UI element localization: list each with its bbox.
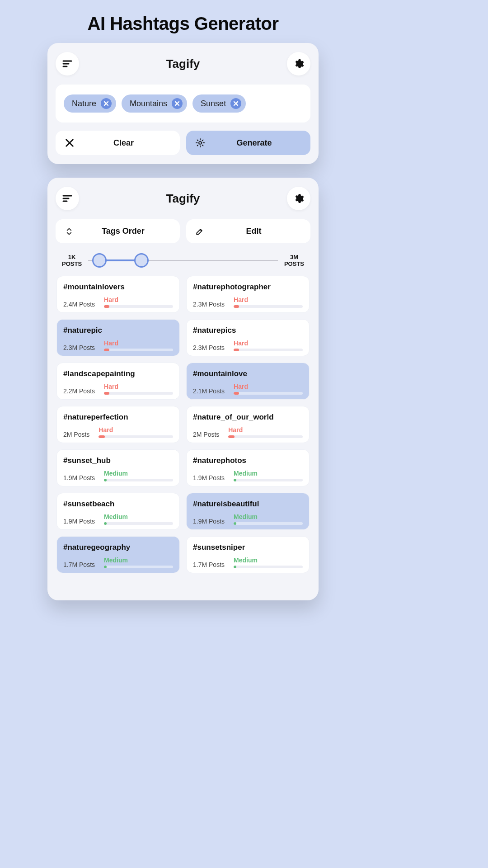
hashtag-grid: #mountainlovers2.4M PostsHard#naturephot…: [56, 273, 310, 576]
edit-button[interactable]: Edit: [186, 219, 310, 243]
difficulty-bar: [104, 522, 173, 525]
hashtag-card[interactable]: #mountainlovers2.4M PostsHard: [56, 276, 180, 313]
hashtag-name: #natureperfection: [63, 413, 173, 422]
hashtag-name: #mountainlove: [193, 369, 303, 378]
close-icon: [103, 101, 109, 106]
hashtag-difficulty: Medium: [234, 513, 303, 525]
hashtag-meta: 2M PostsHard: [63, 426, 173, 438]
difficulty-label: Medium: [104, 513, 173, 520]
hashtag-meta: 2.3M PostsHard: [193, 296, 303, 308]
card-header: Tagify: [56, 52, 310, 75]
hashtag-card[interactable]: #naturephotographer2.3M PostsHard: [186, 276, 310, 313]
hashtag-card[interactable]: #naturephotos1.9M PostsMedium: [186, 449, 310, 486]
slider-thumb-low[interactable]: [92, 253, 107, 268]
posts-range-slider: 1K POSTS 3M POSTS: [56, 243, 310, 273]
hashtag-card[interactable]: #natureisbeautiful1.9M PostsMedium: [186, 493, 310, 530]
hashtag-difficulty: Medium: [104, 557, 173, 568]
hashtag-meta: 1.9M PostsMedium: [193, 470, 303, 481]
difficulty-label: Medium: [234, 557, 303, 564]
tag-remove-button[interactable]: [172, 98, 183, 109]
hashtag-difficulty: Hard: [228, 426, 303, 438]
tag-label: Mountains: [130, 99, 167, 108]
close-icon: [233, 101, 239, 106]
hashtag-difficulty: Hard: [234, 383, 303, 395]
difficulty-label: Medium: [234, 513, 303, 520]
hashtag-posts: 1.9M Posts: [193, 513, 225, 525]
hashtag-difficulty: Hard: [234, 340, 303, 351]
difficulty-label: Medium: [104, 557, 173, 564]
difficulty-label: Medium: [104, 470, 173, 477]
clear-button[interactable]: Clear: [56, 131, 180, 155]
hashtag-difficulty: Hard: [104, 296, 173, 308]
gear-icon: [293, 193, 304, 204]
hashtag-card[interactable]: #sunsetsniper1.7M PostsMedium: [186, 536, 310, 573]
generate-button[interactable]: Generate: [186, 131, 310, 155]
hashtag-name: #sunsetsniper: [193, 543, 303, 552]
tag-pill: Nature: [64, 94, 116, 113]
slider-thumb-high[interactable]: [134, 253, 149, 268]
tags-input-box[interactable]: Nature Mountains Sunset: [56, 85, 310, 123]
tag-label: Sunset: [201, 99, 226, 108]
edit-icon: [195, 227, 204, 236]
difficulty-bar: [104, 392, 173, 395]
difficulty-bar: [234, 566, 303, 568]
hashtag-card[interactable]: #naturepic2.3M PostsHard: [56, 319, 180, 356]
tags-order-button[interactable]: Tags Order: [56, 219, 180, 243]
settings-button[interactable]: [287, 52, 310, 75]
hashtag-posts: 2.1M Posts: [193, 383, 225, 395]
difficulty-label: Hard: [234, 340, 303, 347]
hashtag-card[interactable]: #sunsetbeach1.9M PostsMedium: [56, 493, 180, 530]
hashtag-name: #sunsetbeach: [63, 500, 173, 509]
difficulty-bar: [234, 392, 303, 395]
generate-label: Generate: [205, 138, 303, 148]
hashtag-card[interactable]: #nature_of_our_world2M PostsHard: [186, 406, 310, 443]
difficulty-bar: [234, 479, 303, 481]
hashtag-posts: 1.7M Posts: [193, 557, 225, 568]
hashtag-name: #landscapepainting: [63, 369, 173, 378]
hashtag-card[interactable]: #sunset_hub1.9M PostsMedium: [56, 449, 180, 486]
hashtag-meta: 1.9M PostsMedium: [63, 470, 173, 481]
hashtag-meta: 2.1M PostsHard: [193, 383, 303, 395]
action-buttons-row: Clear Generate: [56, 131, 310, 155]
hashtag-name: #naturepics: [193, 326, 303, 335]
tags-order-label: Tags Order: [74, 226, 173, 236]
hashtag-meta: 2.3M PostsHard: [193, 340, 303, 351]
hashtag-card[interactable]: #naturegeography1.7M PostsMedium: [56, 536, 180, 573]
hashtag-card[interactable]: #naturepics2.3M PostsHard: [186, 319, 310, 356]
difficulty-label: Hard: [234, 383, 303, 390]
hashtag-posts: 1.9M Posts: [63, 470, 95, 481]
menu-button[interactable]: [56, 187, 79, 210]
hashtag-name: #mountainlovers: [63, 283, 173, 292]
hashtag-posts: 2M Posts: [193, 426, 219, 438]
difficulty-label: Hard: [99, 426, 173, 434]
slider-track[interactable]: [88, 252, 278, 269]
slider-max-label: 3M POSTS: [284, 254, 304, 267]
difficulty-label: Hard: [228, 426, 303, 434]
hashtag-difficulty: Medium: [104, 470, 173, 481]
hashtag-posts: 2M Posts: [63, 426, 89, 438]
difficulty-bar: [234, 522, 303, 525]
hashtag-posts: 2.3M Posts: [193, 340, 225, 351]
hashtag-card[interactable]: #landscapepainting2.2M PostsHard: [56, 363, 180, 400]
hashtag-difficulty: Hard: [104, 383, 173, 395]
hashtag-difficulty: Medium: [104, 513, 173, 525]
difficulty-bar: [104, 566, 173, 568]
tag-remove-button[interactable]: [101, 98, 112, 109]
svg-point-0: [199, 142, 202, 144]
hashtag-name: #natureisbeautiful: [193, 500, 303, 509]
page-title: AI Hashtags Generator: [0, 0, 366, 43]
input-card: Tagify Nature Mountains Sunset Clear Gen…: [47, 43, 319, 164]
difficulty-bar: [104, 305, 173, 308]
hashtag-meta: 2.3M PostsHard: [63, 340, 173, 351]
hashtag-posts: 1.7M Posts: [63, 557, 95, 568]
settings-button[interactable]: [287, 187, 310, 210]
menu-button[interactable]: [56, 52, 79, 75]
hashtag-card[interactable]: #natureperfection2M PostsHard: [56, 406, 180, 443]
hashtag-posts: 2.4M Posts: [63, 296, 95, 308]
results-card: Tagify Tags Order Edit 1K POSTS 3M POSTS…: [47, 178, 319, 600]
hashtag-difficulty: Medium: [234, 470, 303, 481]
tag-remove-button[interactable]: [230, 98, 241, 109]
hashtag-card[interactable]: #mountainlove2.1M PostsHard: [186, 363, 310, 400]
hashtag-meta: 2M PostsHard: [193, 426, 303, 438]
tag-pill: Sunset: [192, 94, 246, 113]
